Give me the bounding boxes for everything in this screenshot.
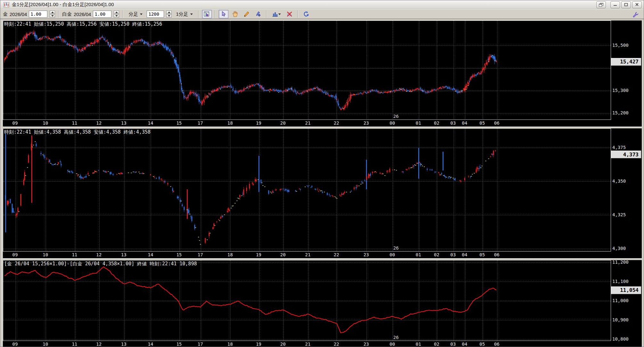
platinum-time-axis: 0910111213141517181920212223000102030405… (3, 252, 611, 258)
pencil-draw-tool-button[interactable] (242, 10, 251, 18)
hour-label: 17 (198, 252, 203, 257)
hour-label: 20 (280, 342, 286, 347)
hour-label: 19 (256, 342, 261, 347)
cascade-windows-button[interactable] (596, 1, 606, 8)
price-tick-label: 11,000 (612, 298, 629, 303)
hour-label: 19 (256, 252, 261, 257)
hand-icon (232, 11, 238, 17)
price-tick-label: 10,900 (612, 317, 629, 322)
price-tick-label: 4,325 (612, 212, 626, 217)
last-price-box: 11,054 (611, 286, 641, 294)
chart-panel-platinum: 26 時刻:22:41 始値:4,358 高値:4,358 安値:4,358 終… (3, 128, 642, 258)
hour-label: 11 (72, 252, 77, 257)
hour-label: 06 (494, 120, 500, 126)
pen-target-tool-button[interactable] (253, 10, 263, 18)
title-bar[interactable]: 金1分足[2026/04]1.00 - 白金1分足[2026/04]1.00 (0, 0, 644, 9)
hour-label: 14 (148, 252, 153, 257)
price-tick-label: 11,200 (612, 260, 629, 265)
hour-label: 10 (43, 252, 48, 257)
hour-label: 21 (305, 120, 311, 126)
bar-count-spinner[interactable] (166, 11, 172, 18)
spread-time-axis: 0910111213141517181920212223000102030405… (3, 341, 611, 347)
platinum-multiplier-input[interactable] (93, 11, 111, 18)
maximize-button[interactable] (621, 1, 631, 8)
crosshair-info-tool-button[interactable] (202, 10, 212, 18)
hour-label: 03 (450, 252, 456, 257)
price-tick-label: 15,200 (612, 110, 629, 115)
chart-panel-gold: 26 時刻:22:41 始値:15,250 高値:15,256 安値:15,25… (3, 21, 642, 127)
toolbar-separator (122, 10, 123, 18)
cascade-windows-icon (599, 3, 604, 7)
hour-label: 06 (494, 342, 500, 347)
spread-chart-plot[interactable]: 26 (3, 260, 611, 341)
price-tick-label: 10,800 (612, 336, 629, 342)
toolbar-separator (266, 10, 267, 18)
chart-panel-spread: 26 [金 26/04 15,256×1.00]-[白金 26/04 4,358… (3, 260, 642, 347)
price-tick-label: 15,300 (612, 88, 629, 93)
hour-label: 11 (72, 120, 77, 126)
toolbar-separator (58, 10, 59, 18)
minimize-button[interactable] (610, 1, 620, 8)
pan-hand-tool-button[interactable] (230, 10, 240, 18)
hour-label: 12 (96, 252, 102, 257)
hour-label: 09 (12, 342, 18, 347)
day-change-marker: 26 (393, 335, 399, 340)
day-change-marker: 26 (393, 114, 399, 119)
hour-label: 22 (334, 252, 339, 257)
hour-label: 15 (176, 342, 182, 347)
last-price-box: 4,373 (611, 151, 641, 158)
toolbar-separator (215, 10, 216, 18)
platinum-multiplier-spinner[interactable] (114, 11, 119, 18)
gold-chart-plot[interactable]: 26 (3, 21, 611, 120)
spin-down-icon (115, 15, 118, 17)
hour-label: 01 (416, 252, 421, 257)
app-candlestick-icon (4, 2, 9, 7)
price-tick-label: 15,500 (612, 43, 629, 48)
bar-count-input[interactable] (147, 11, 164, 18)
hour-label: 22 (334, 342, 339, 347)
hour-label: 05 (479, 120, 485, 126)
hour-label: 15 (176, 120, 182, 126)
spin-up-icon (115, 12, 118, 13)
platinum-chart-plot[interactable]: 26 (3, 129, 611, 251)
window-title: 金1分足[2026/04]1.00 - 白金1分足[2026/04]1.00 (12, 2, 596, 8)
bar-type-label: 分足 (128, 11, 138, 17)
hour-label: 04 (462, 252, 467, 257)
hour-label: 00 (390, 342, 395, 347)
gold-multiplier-input[interactable] (29, 11, 47, 18)
gold-multiplier-spinner[interactable] (50, 11, 55, 18)
hour-label: 15 (176, 252, 182, 257)
hour-label: 04 (462, 342, 467, 347)
hour-label: 10 (43, 342, 48, 347)
pointer-tool-button[interactable] (219, 10, 228, 18)
bar-type-dropdown[interactable]: 分足 (126, 10, 145, 18)
hour-label: 12 (96, 342, 102, 347)
delete-study-button[interactable] (285, 10, 294, 18)
hour-label: 18 (227, 252, 233, 257)
settings-wrench-button[interactable] (631, 11, 640, 19)
price-tick-label: 4,375 (612, 145, 626, 150)
hour-label: 22 (334, 120, 339, 126)
dropdown-arrow-icon (278, 13, 281, 15)
hour-label: 12 (96, 120, 102, 126)
reload-data-button[interactable]: R (301, 10, 311, 18)
hour-label: 18 (227, 120, 233, 126)
hour-label: 17 (198, 120, 203, 126)
wrench-icon (632, 11, 639, 18)
hour-label: 03 (450, 120, 456, 126)
crosshair-info-icon (204, 11, 210, 17)
chart-style-dropdown-button[interactable] (270, 10, 283, 18)
hour-label: 18 (227, 342, 233, 347)
dropdown-arrow-icon (140, 13, 143, 15)
spin-down-icon (51, 15, 54, 17)
close-button[interactable] (632, 1, 642, 8)
hour-label: 00 (390, 120, 395, 126)
price-tick-label: 4,350 (612, 178, 626, 184)
hour-label: 09 (12, 120, 18, 126)
gold-contract-month: 2026/04 (10, 12, 27, 17)
hour-label: 09 (12, 252, 18, 257)
pen-target-icon (255, 11, 261, 17)
platinum-price-scale: 4,3754,3504,3254,3004,373 (611, 128, 642, 258)
hour-label: 19 (256, 120, 261, 126)
interval-dropdown[interactable]: 1分足 (174, 10, 195, 18)
